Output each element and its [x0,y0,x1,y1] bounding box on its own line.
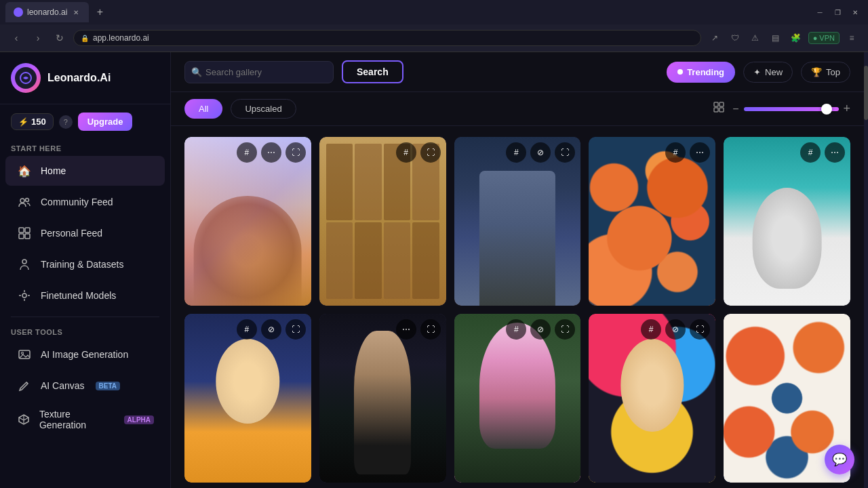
sidebar-item-finetuned[interactable]: Finetuned Models [5,281,165,310]
url-text: app.leonardo.ai [93,33,149,43]
share-icon[interactable]: ↗ [707,30,723,46]
gallery-item-6[interactable]: # ⊘ ⛶ [184,314,311,483]
gallery-grid: # ⋯ ⛶ [184,137,850,483]
sidebar-item-ai-image[interactable]: AI Image Generation [5,340,165,369]
sidebar-divider-1 [11,317,159,317]
item-8-generate-icon[interactable]: # [506,319,526,340]
gallery-item-1[interactable]: # ⋯ ⛶ [184,137,311,306]
window-minimize-button[interactable]: ─ [812,5,827,20]
gallery-item-5[interactable]: # ⋯ [724,137,850,306]
reload-button[interactable]: ↻ [52,30,68,46]
gallery-item-3[interactable]: # ⊘ ⛶ [454,137,581,306]
tab-title: leonardo.ai [27,7,67,17]
all-filter-button[interactable]: All [184,99,222,119]
upscaled-filter-button[interactable]: Upscaled [231,99,296,119]
top-toolbar: 🔍 Search Trending ✦ New 🏆 Top [171,52,864,92]
tab-close-icon[interactable]: ✕ [71,7,81,17]
address-input[interactable]: 🔒 app.leonardo.ai [73,30,701,46]
zoom-out-button[interactable]: − [731,102,740,117]
trending-button[interactable]: Trending [667,62,735,83]
item-4-more-icon[interactable]: ⋯ [690,142,710,163]
back-button[interactable]: ‹ [8,30,24,46]
item-8-expand-icon[interactable]: ⛶ [555,319,575,340]
item-9-generate-icon[interactable]: # [641,319,661,340]
extensions-icon[interactable]: 🧩 [788,30,804,46]
tab-bar: leonardo.ai ✕ + ─ ❐ ✕ [0,0,868,24]
item-7-more-icon[interactable]: ⋯ [396,319,416,340]
zoom-in-button[interactable]: + [843,102,850,116]
item-4-actions: # ⋯ [665,142,710,163]
new-button[interactable]: ✦ New [743,62,793,83]
sidebar-item-personal-feed[interactable]: Personal Feed [5,218,165,248]
gallery-item-8[interactable]: # ⊘ ⛶ [454,314,581,483]
forward-button[interactable]: › [30,30,46,46]
token-icon: ⚡ [18,117,28,127]
menu-icon[interactable]: ≡ [844,30,860,46]
sidebar-item-personal-label: Personal Feed [41,228,102,239]
item-5-generate-icon[interactable]: # [800,142,821,163]
svg-rect-13 [719,102,724,106]
gallery-item-2[interactable]: # ⛶ [319,137,446,306]
home-icon: 🏠 [16,163,33,179]
item-1-more-icon[interactable]: ⋯ [261,142,281,163]
top-button[interactable]: 🏆 Top [801,62,850,83]
info-button[interactable]: ? [59,115,73,129]
gallery-item-4[interactable]: # ⋯ [589,137,715,306]
scrollbar-thumb[interactable] [864,66,868,120]
item-1-generate-icon[interactable]: # [237,142,257,163]
chat-bubble-button[interactable]: 💬 [825,445,854,474]
sidebar-logo [11,63,41,93]
grid-icon [16,225,33,241]
sidebar-item-training[interactable]: Training & Datasets [5,249,165,279]
chat-icon: 💬 [832,452,847,467]
item-7-expand-icon[interactable]: ⛶ [420,319,441,340]
svg-point-2 [20,199,24,203]
item-4-generate-icon[interactable]: # [665,142,686,163]
item-5-more-icon[interactable]: ⋯ [825,142,845,163]
svg-rect-12 [714,102,718,106]
sidebar-item-community-label: Community Feed [41,197,113,207]
item-2-actions: # ⛶ [396,142,441,163]
item-8-slash-icon[interactable]: ⊘ [530,319,551,340]
search-button[interactable]: Search [342,60,403,83]
svg-rect-14 [714,108,718,112]
upgrade-button[interactable]: Upgrade [78,113,133,131]
item-2-generate-icon[interactable]: # [396,142,416,163]
gallery-item-9[interactable]: # ⊘ ⛶ [589,314,715,483]
sidebar-item-community-feed[interactable]: Community Feed [5,187,165,217]
grid-view-button[interactable] [712,100,727,118]
alert-icon[interactable]: ⚠ [747,30,764,46]
shield-icon[interactable]: 🛡 [727,30,743,46]
ai-canvas-icon [16,378,33,394]
item-9-expand-icon[interactable]: ⛶ [690,319,710,340]
item-9-slash-icon[interactable]: ⊘ [665,319,686,340]
item-6-slash-icon[interactable]: ⊘ [261,319,281,340]
sidebar-toggle-icon[interactable]: ▤ [768,30,784,46]
item-6-actions: # ⊘ ⛶ [237,319,306,340]
item-2-expand-icon[interactable]: ⛶ [420,142,441,163]
item-5-actions: # ⋯ [800,142,845,163]
search-input[interactable] [184,61,334,83]
tab-favicon [14,7,23,17]
gallery-item-7[interactable]: ⋯ ⛶ [319,314,446,483]
item-6-generate-icon[interactable]: # [237,319,257,340]
svg-rect-15 [719,108,724,112]
item-1-expand-icon[interactable]: ⛶ [285,142,306,163]
scrollbar-track[interactable] [864,52,868,488]
sidebar-item-ai-canvas[interactable]: AI Canvas BETA [5,371,165,401]
zoom-slider[interactable] [744,107,839,111]
item-6-expand-icon[interactable]: ⛶ [285,319,306,340]
sidebar-item-home[interactable]: 🏠 Home [5,156,165,186]
window-close-button[interactable]: ✕ [848,5,863,20]
trending-label: Trending [687,67,724,77]
gallery-container: # ⋯ ⛶ [171,126,864,488]
item-3-slash-icon[interactable]: ⊘ [530,142,551,163]
window-maximize-button[interactable]: ❐ [830,5,845,20]
active-tab[interactable]: leonardo.ai ✕ [5,2,89,22]
user-tools-label: User Tools [0,323,170,339]
item-3-expand-icon[interactable]: ⛶ [555,142,575,163]
new-tab-button[interactable]: + [92,4,108,20]
sidebar-item-texture[interactable]: Texture Generation ALPHA [5,402,165,437]
finetuned-icon [16,287,33,304]
item-3-generate-icon[interactable]: # [506,142,526,163]
